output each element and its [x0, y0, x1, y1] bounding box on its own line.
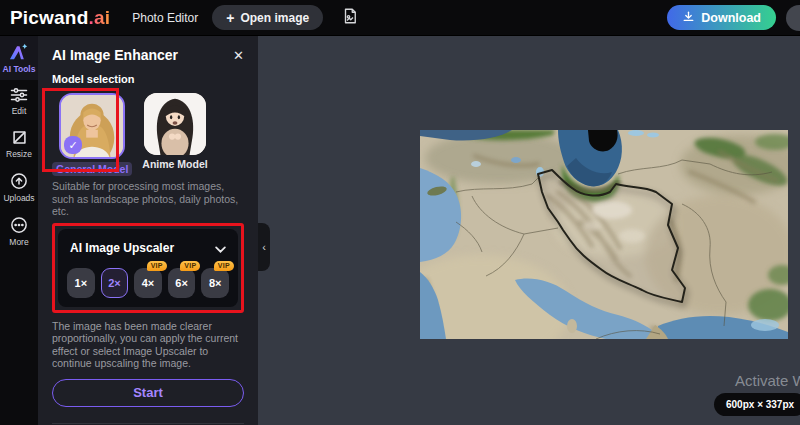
download-button[interactable]: Download	[667, 5, 776, 30]
sidebar-label-uploads: Uploads	[3, 193, 34, 203]
anime-model-thumbnail	[144, 93, 206, 155]
scale-option-4x[interactable]: 4×VIP	[134, 268, 162, 298]
sidebar-label-edit: Edit	[12, 106, 27, 116]
chevron-down-icon	[215, 239, 226, 257]
ai-image-enhancer-panel: AI Image Enhancer ✕ Model selection	[38, 36, 258, 425]
open-image-button[interactable]: + Open image	[212, 5, 323, 30]
model-list: ✓ General Model	[52, 93, 244, 176]
brand-name: Picwand	[10, 7, 88, 28]
photo-editor-label[interactable]: Photo Editor	[132, 11, 198, 25]
model-description: Suitable for processing most images, suc…	[52, 180, 244, 218]
upscaler-header[interactable]: AI Image Upscaler	[66, 237, 230, 257]
scale-options: 1× 2× 4×VIP 6×VIP 8×VIP	[66, 268, 230, 298]
satellite-map-image	[420, 130, 788, 339]
image-file-button[interactable]	[341, 7, 359, 28]
download-icon	[682, 10, 695, 26]
vip-badge: VIP	[214, 261, 234, 271]
resize-icon	[11, 129, 28, 146]
open-image-label: Open image	[240, 11, 309, 25]
scale-option-4x-label: 4×	[142, 277, 155, 289]
annotation-box-upscaler: AI Image Upscaler 1× 2× 4×VIP 6×VIP 8×VI…	[52, 223, 244, 313]
scale-option-6x-label: 6×	[175, 277, 188, 289]
brand-suffix: .ai	[88, 7, 110, 28]
result-note: The image has been made clearer proporti…	[52, 320, 244, 370]
scale-option-2x[interactable]: 2×	[101, 268, 129, 298]
collapse-chevron-icon: ‹	[262, 241, 266, 253]
sidebar-label-more: More	[9, 237, 28, 247]
sidebar-label-resize: Resize	[6, 149, 32, 159]
sidebar-item-uploads[interactable]: Uploads	[0, 165, 38, 209]
scale-option-6x[interactable]: 6×VIP	[168, 268, 196, 298]
image-size-badge: 600px × 337px	[714, 393, 800, 416]
model-selection-heading: Model selection	[52, 73, 244, 85]
top-bar: Picwand.ai Photo Editor + Open image	[0, 0, 800, 36]
panel-collapse-button[interactable]: ‹	[258, 223, 270, 271]
sidebar-item-ai-tools[interactable]: AI Tools	[0, 36, 38, 80]
os-watermark-line1: Activate W	[735, 372, 800, 389]
anime-model-label: Anime Model	[142, 158, 207, 170]
close-panel-button[interactable]: ✕	[233, 48, 244, 63]
sliders-icon	[10, 87, 28, 103]
start-button[interactable]: Start	[52, 379, 244, 407]
more-icon	[10, 216, 28, 234]
canvas-image[interactable]	[420, 130, 788, 339]
upscaler-title: AI Image Upscaler	[70, 241, 174, 255]
selected-check-icon: ✓	[64, 136, 82, 154]
scale-option-8x[interactable]: 8×VIP	[201, 268, 229, 298]
upload-icon	[10, 172, 28, 190]
vip-badge: VIP	[147, 261, 167, 271]
sidebar-item-more[interactable]: More	[0, 209, 38, 253]
panel-divider	[52, 423, 244, 424]
brand-logo[interactable]: Picwand.ai	[10, 7, 110, 29]
avatar[interactable]	[786, 5, 800, 31]
app-window: Picwand.ai Photo Editor + Open image	[0, 0, 800, 425]
editor-canvas: ‹	[258, 36, 800, 425]
download-label: Download	[701, 11, 761, 25]
general-model-thumbnail: ✓	[59, 93, 125, 159]
model-option-general[interactable]: ✓ General Model	[52, 93, 132, 176]
sidebar-item-resize[interactable]: Resize	[0, 122, 38, 165]
general-model-label: General Model	[52, 162, 132, 176]
scale-option-8x-label: 8×	[209, 277, 222, 289]
sidebar-label-ai-tools: AI Tools	[3, 64, 36, 74]
ai-tools-icon	[9, 43, 29, 61]
sidebar-item-edit[interactable]: Edit	[0, 80, 38, 122]
plus-icon: +	[226, 10, 234, 26]
scale-option-1x[interactable]: 1×	[67, 268, 95, 298]
vip-badge: VIP	[180, 261, 200, 271]
upscaler-section: AI Image Upscaler 1× 2× 4×VIP 6×VIP 8×VI…	[58, 229, 238, 307]
panel-title: AI Image Enhancer	[52, 47, 178, 63]
image-file-icon	[341, 7, 359, 28]
model-option-anime[interactable]: Anime Model	[142, 93, 207, 170]
sidebar: AI Tools Edit	[0, 36, 38, 425]
